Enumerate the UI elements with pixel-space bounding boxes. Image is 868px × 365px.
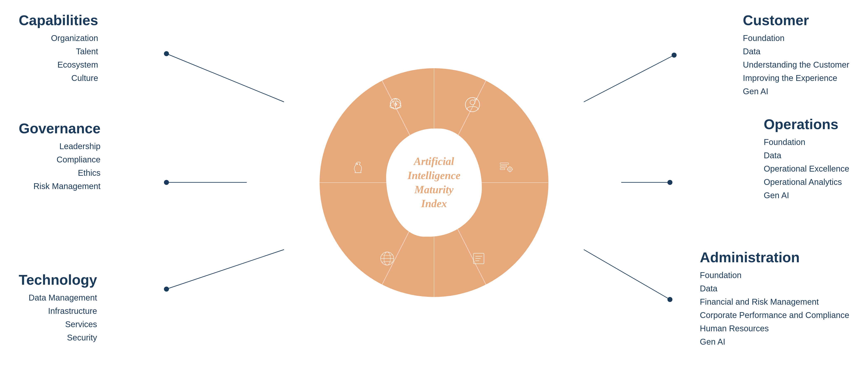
center-blob: Artificial Intelligence Maturity Index (386, 129, 482, 237)
panel-governance: Governance Leadership Compliance Ethics … (19, 121, 100, 193)
list-item: Operational Excellence (764, 162, 849, 175)
list-item: Ecosystem (19, 58, 98, 71)
svg-point-3 (164, 180, 169, 185)
svg-point-9 (668, 180, 673, 185)
list-item: Data (764, 149, 849, 162)
technology-items: Data Management Infrastructure Services … (19, 291, 97, 344)
svg-rect-23 (500, 168, 505, 169)
technology-title: Technology (19, 272, 97, 288)
list-item: Services (19, 318, 97, 331)
svg-line-6 (584, 55, 674, 102)
operations-icon (496, 158, 515, 176)
customer-icon (463, 95, 482, 114)
list-item: Data (743, 45, 849, 58)
svg-point-7 (672, 53, 677, 58)
svg-point-20 (356, 163, 358, 165)
list-item: Understanding the Customer (743, 58, 849, 71)
governance-title: Governance (19, 121, 100, 136)
svg-point-24 (508, 167, 512, 172)
operations-items: Foundation Data Operational Excellence O… (764, 135, 849, 202)
svg-point-25 (509, 168, 511, 170)
list-item: Risk Management (19, 179, 100, 193)
list-item: Security (19, 331, 97, 344)
list-item: Data (700, 282, 849, 295)
diagram-container: Artificial Intelligence Maturity Index C… (0, 0, 868, 365)
list-item: Culture (19, 71, 98, 85)
list-item: Compliance (19, 153, 100, 166)
capabilities-icon (386, 95, 405, 114)
customer-items: Foundation Data Understanding the Custom… (743, 31, 849, 98)
administration-icon (469, 249, 488, 268)
list-item: Data Management (19, 291, 97, 304)
administration-items: Foundation Data Financial and Risk Manag… (700, 268, 849, 349)
panel-operations: Operations Foundation Data Operational E… (764, 117, 849, 202)
panel-customer: Customer Foundation Data Understanding t… (743, 12, 849, 98)
outer-circle: Artificial Intelligence Maturity Index (319, 68, 549, 297)
list-item: Leadership (19, 139, 100, 153)
list-item: Operational Analytics (764, 175, 849, 189)
svg-rect-21 (500, 163, 509, 164)
capabilities-title: Capabilities (19, 12, 98, 28)
list-item: Foundation (743, 31, 849, 45)
list-item: Organization (19, 31, 98, 45)
governance-items: Leadership Compliance Ethics Risk Manage… (19, 139, 100, 193)
panel-administration: Administration Foundation Data Financial… (700, 250, 849, 349)
list-item: Gen AI (743, 85, 849, 98)
svg-point-18 (470, 100, 475, 105)
operations-title: Operations (764, 117, 849, 132)
list-item: Infrastructure (19, 304, 97, 318)
svg-line-10 (584, 250, 670, 299)
list-item: Human Resources (700, 322, 849, 335)
center-title: Artificial Intelligence Maturity Index (408, 154, 460, 210)
list-item: Gen AI (700, 335, 849, 349)
list-item: Foundation (764, 135, 849, 149)
svg-point-1 (164, 51, 169, 56)
panel-capabilities: Capabilities Organization Talent Ecosyst… (19, 12, 98, 85)
svg-point-11 (668, 297, 673, 302)
administration-title: Administration (700, 250, 849, 265)
list-item: Improving the Experience (743, 71, 849, 85)
svg-point-5 (164, 287, 169, 292)
capabilities-items: Organization Talent Ecosystem Culture (19, 31, 98, 85)
svg-line-4 (166, 250, 284, 289)
panel-technology: Technology Data Management Infrastructur… (19, 272, 97, 344)
svg-rect-22 (500, 165, 507, 167)
list-item: Gen AI (764, 189, 849, 202)
technology-icon (378, 249, 397, 268)
list-item: Financial and Risk Management (700, 295, 849, 308)
list-item: Ethics (19, 166, 100, 179)
governance-icon (349, 158, 367, 176)
list-item: Foundation (700, 268, 849, 282)
customer-title: Customer (743, 12, 849, 28)
circle-wrapper: Artificial Intelligence Maturity Index (319, 68, 549, 297)
list-item: Talent (19, 45, 98, 58)
svg-line-0 (166, 54, 284, 102)
list-item: Corporate Performance and Compliance (700, 308, 849, 322)
